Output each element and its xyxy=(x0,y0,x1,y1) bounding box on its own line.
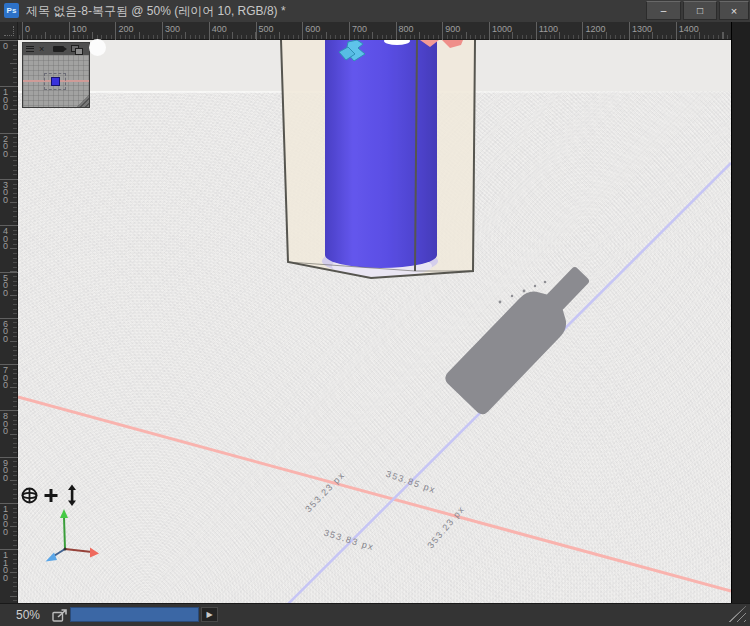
ruler-tick xyxy=(489,22,490,40)
ruler-label: 900 xyxy=(3,460,12,483)
ruler-label: 1100 xyxy=(3,552,12,582)
ruler-label: 1000 xyxy=(3,506,12,536)
document-title: 제목 없음-8-복구됨 @ 50% (레이어 10, RGB/8) * xyxy=(26,3,286,20)
zoom-level-field[interactable]: 50% xyxy=(16,608,40,622)
canvas-viewport[interactable]: 353.23 px 353.85 px 353.83 px 353.23 px xyxy=(18,40,731,603)
axis-widget[interactable] xyxy=(46,509,100,562)
ruler-tick xyxy=(676,22,677,40)
ruler-label: 700 xyxy=(3,367,12,390)
ruler-tick xyxy=(442,22,443,40)
camera-orbit-tool[interactable] xyxy=(23,489,37,503)
ruler-top[interactable]: 0100200300400500600700800900100011001200… xyxy=(18,22,731,40)
ruler-label: 1100 xyxy=(539,24,558,34)
camera-dolly-tool[interactable] xyxy=(68,485,76,507)
camera-pan-tool[interactable] xyxy=(45,489,58,502)
status-menu-arrow-button[interactable]: ▶ xyxy=(201,607,218,622)
close-button[interactable]: × xyxy=(719,1,749,20)
maximize-button[interactable]: □ xyxy=(683,1,717,20)
photoshop-window: Ps 제목 없음-8-복구됨 @ 50% (레이어 10, RGB/8) * –… xyxy=(0,0,750,626)
3d-scene[interactable] xyxy=(18,40,731,603)
ruler-label: 700 xyxy=(352,24,367,34)
ruler-label: 800 xyxy=(399,24,414,34)
photoshop-app-icon: Ps xyxy=(4,3,19,18)
ruler-label: 1300 xyxy=(632,24,652,34)
secondary-view-thumbnail[interactable] xyxy=(23,55,89,107)
secondary-view-header: × xyxy=(23,43,89,55)
ruler-tick xyxy=(302,22,303,40)
ruler-tick xyxy=(582,22,583,40)
ruler-left[interactable]: 010020030040050060070080090010001100 xyxy=(0,40,18,603)
ruler-label: 500 xyxy=(259,24,274,34)
workspace-edge xyxy=(731,22,750,603)
mini-object xyxy=(51,77,60,86)
ruler-label: 100 xyxy=(72,24,87,34)
ruler-label: 1400 xyxy=(679,24,699,34)
swap-view-icon[interactable] xyxy=(71,45,79,52)
ruler-tick xyxy=(396,22,397,40)
ruler-label: 100 xyxy=(3,89,12,112)
title-bar: Ps 제목 없음-8-복구됨 @ 50% (레이어 10, RGB/8) * –… xyxy=(0,0,750,23)
ruler-label: 1200 xyxy=(585,24,605,34)
ruler-label: 400 xyxy=(3,228,12,251)
ruler-label: 500 xyxy=(3,275,12,298)
shadow-object xyxy=(442,254,602,417)
panel-resize-grip[interactable] xyxy=(77,95,89,107)
ruler-label: 200 xyxy=(118,24,133,34)
status-bar: 50% ▶ xyxy=(0,603,750,626)
panel-menu-icon[interactable] xyxy=(26,46,34,52)
ruler-label: 900 xyxy=(445,24,460,34)
ruler-label: 0 xyxy=(3,43,12,51)
ruler-tick xyxy=(69,22,70,40)
secondary-view-panel[interactable]: × xyxy=(22,42,90,108)
camera-icon[interactable] xyxy=(53,46,64,52)
ruler-label: 400 xyxy=(212,24,227,34)
ruler-tick xyxy=(209,22,210,40)
bounding-box-edges xyxy=(281,40,475,278)
ruler-origin-icon xyxy=(4,26,14,36)
panel-close-icon[interactable]: × xyxy=(39,43,44,55)
x-axis-line xyxy=(18,397,731,591)
ruler-tick xyxy=(115,22,116,40)
status-info-scrubber[interactable] xyxy=(70,607,199,622)
ruler-tick xyxy=(22,22,23,40)
ruler-tick xyxy=(162,22,163,40)
brush-cursor-dot xyxy=(89,39,106,56)
ruler-label: 600 xyxy=(3,321,12,344)
ruler-label: 300 xyxy=(3,182,12,205)
ruler-label: 300 xyxy=(165,24,180,34)
ruler-label: 200 xyxy=(3,136,12,159)
ruler-tick xyxy=(536,22,537,40)
ruler-tick xyxy=(629,22,630,40)
ruler-label: 1000 xyxy=(492,24,512,34)
ruler-label: 600 xyxy=(305,24,320,34)
minimize-button[interactable]: – xyxy=(646,1,681,20)
ruler-label: 0 xyxy=(25,24,30,34)
ruler-origin-corner[interactable] xyxy=(0,22,18,40)
status-export-icon[interactable] xyxy=(52,609,69,622)
ruler-label: 800 xyxy=(3,413,12,436)
ruler-tick xyxy=(256,22,257,40)
ruler-tick xyxy=(349,22,350,40)
